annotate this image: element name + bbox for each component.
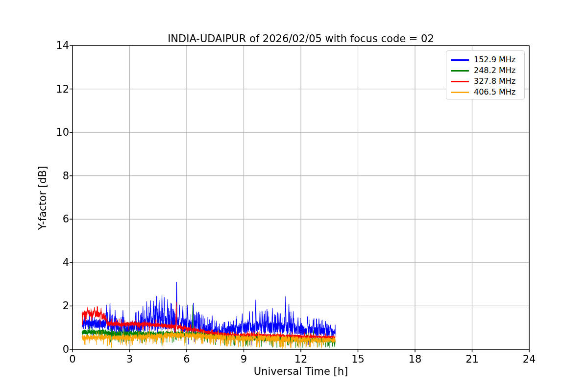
legend-line-swatch xyxy=(451,81,469,82)
x-tick-label: 24 xyxy=(523,353,536,365)
y-tick-label: 14 xyxy=(0,40,69,51)
x-tick-label: 21 xyxy=(466,353,479,365)
x-tick-label: 18 xyxy=(409,353,422,365)
legend-item: 406.5 MHz xyxy=(446,87,524,98)
legend-item: 327.8 MHz xyxy=(446,76,524,87)
legend-line-swatch xyxy=(451,92,469,93)
legend-label: 152.9 MHz xyxy=(474,56,515,64)
y-tick-label: 12 xyxy=(0,84,69,95)
x-tick-label: 3 xyxy=(126,353,133,365)
y-tick-label: 10 xyxy=(0,127,69,138)
x-tick-label: 0 xyxy=(69,353,75,365)
legend-label: 327.8 MHz xyxy=(474,77,515,85)
x-tick-label: 15 xyxy=(351,353,365,365)
x-tick-label: 9 xyxy=(241,353,247,365)
legend-label: 248.2 MHz xyxy=(474,67,515,74)
chart-title: INDIA-UDAIPUR of 2026/02/05 with focus c… xyxy=(73,33,529,45)
y-tick-label: 6 xyxy=(0,214,69,224)
y-tick-label: 0 xyxy=(0,344,69,355)
legend-line-swatch xyxy=(451,59,469,61)
legend-line-swatch xyxy=(451,70,469,72)
legend-label: 406.5 MHz xyxy=(474,88,515,96)
y-tick-label: 4 xyxy=(0,257,69,268)
x-axis-label: Universal Time [h] xyxy=(73,366,529,377)
legend: 152.9 MHz248.2 MHz327.8 MHz406.5 MHz xyxy=(446,50,525,99)
figure: INDIA-UDAIPUR of 2026/02/05 with focus c… xyxy=(0,0,588,392)
legend-item: 152.9 MHz xyxy=(446,54,524,65)
legend-item: 248.2 MHz xyxy=(446,65,524,76)
x-tick-label: 12 xyxy=(294,353,308,365)
y-tick-label: 8 xyxy=(0,171,69,181)
x-tick-label: 6 xyxy=(183,353,190,365)
y-tick-label: 2 xyxy=(0,300,69,311)
y-axis-label: Y-factor [dB] xyxy=(37,124,49,271)
